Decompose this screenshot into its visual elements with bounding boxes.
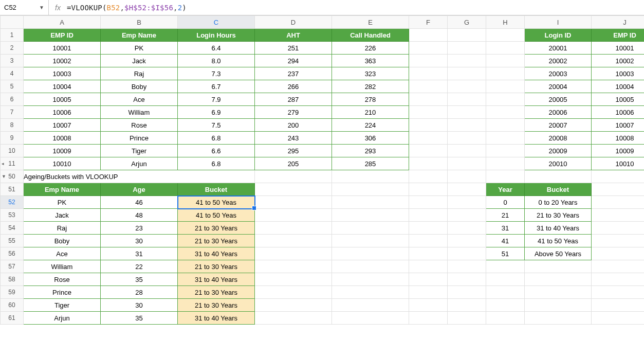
table1-cell[interactable]: 10008 <box>24 132 101 145</box>
table1-cell[interactable]: 323 <box>332 67 409 80</box>
cell[interactable] <box>592 299 645 312</box>
emp-name-cell[interactable]: Arjun <box>24 312 101 325</box>
emp-name-cell[interactable]: Rose <box>24 273 101 286</box>
row-header-2[interactable]: 2 <box>1 42 24 55</box>
bucket-lookup-cell[interactable]: 0 to 20 Years <box>525 196 592 209</box>
table1-cell[interactable]: 6.9 <box>178 106 255 119</box>
cell[interactable] <box>332 260 409 273</box>
row-header-56[interactable]: 56 <box>1 247 24 260</box>
cell[interactable] <box>332 183 409 196</box>
table1-cell[interactable]: 226 <box>332 42 409 55</box>
cell[interactable] <box>332 170 409 183</box>
table1-cell[interactable]: Prince <box>101 132 178 145</box>
table1-cell[interactable]: 10002 <box>24 55 101 67</box>
cell[interactable] <box>486 157 525 170</box>
table2-cell[interactable]: 10010 <box>592 157 645 170</box>
cell[interactable] <box>486 312 525 325</box>
cell[interactable] <box>255 196 332 209</box>
table1-cell[interactable]: 10007 <box>24 119 101 132</box>
cell[interactable] <box>486 145 525 157</box>
table1-cell[interactable]: 243 <box>255 132 332 145</box>
bucket-lookup-cell[interactable]: 41 to 50 Yeas <box>525 235 592 247</box>
table1-cell[interactable]: Ace <box>101 93 178 106</box>
cell[interactable] <box>448 119 486 132</box>
cell[interactable] <box>409 93 448 106</box>
emp-name-cell[interactable]: Boby <box>24 235 101 247</box>
cell[interactable] <box>409 80 448 93</box>
group-collapse-icon[interactable]: ▼ <box>2 174 6 179</box>
cell[interactable] <box>448 106 486 119</box>
cell[interactable] <box>592 209 645 222</box>
cell[interactable] <box>332 299 409 312</box>
cell[interactable] <box>592 273 645 286</box>
cell-F1[interactable] <box>409 29 448 42</box>
cell[interactable] <box>448 80 486 93</box>
spreadsheet-grid[interactable]: ABCDEFGHIJ 1EMP IDEmp NameLogin HoursAHT… <box>0 15 644 325</box>
cell[interactable] <box>255 209 332 222</box>
emp-name-cell[interactable]: Raj <box>24 222 101 235</box>
table1-cell[interactable]: 293 <box>332 145 409 157</box>
cell[interactable] <box>486 273 525 286</box>
table1-cell[interactable]: 8.0 <box>178 55 255 67</box>
table3-header[interactable]: Age <box>101 183 178 196</box>
row-header-54[interactable]: 54 <box>1 222 24 235</box>
table1-cell[interactable]: 6.7 <box>178 80 255 93</box>
table1-cell[interactable]: 10004 <box>24 80 101 93</box>
cell[interactable] <box>525 273 592 286</box>
table1-header[interactable]: Call Handled <box>332 29 409 42</box>
table1-cell[interactable]: 6.8 <box>178 132 255 145</box>
row-header-5[interactable]: 5 <box>1 80 24 93</box>
cell[interactable] <box>486 286 525 299</box>
cell[interactable] <box>409 247 448 260</box>
bucket-lookup-cell[interactable]: Above 50 Years <box>525 247 592 260</box>
table1-cell[interactable]: 210 <box>332 106 409 119</box>
cell[interactable] <box>486 132 525 145</box>
col-header-I[interactable]: I <box>525 16 592 29</box>
bucket-lookup-cell[interactable]: 31 to 40 Years <box>525 222 592 235</box>
cell[interactable] <box>486 93 525 106</box>
age-cell[interactable]: 30 <box>101 235 178 247</box>
cell[interactable] <box>255 312 332 325</box>
cell[interactable] <box>448 209 486 222</box>
table1-cell[interactable]: 6.4 <box>178 42 255 55</box>
table2-cell[interactable]: 20004 <box>525 80 592 93</box>
cell[interactable] <box>332 247 409 260</box>
year-cell[interactable]: 41 <box>486 235 525 247</box>
cell[interactable] <box>409 299 448 312</box>
age-cell[interactable]: 30 <box>101 299 178 312</box>
cell[interactable] <box>486 119 525 132</box>
cell[interactable] <box>409 119 448 132</box>
table1-header[interactable]: EMP ID <box>24 29 101 42</box>
cell[interactable] <box>592 196 645 209</box>
cell[interactable] <box>592 170 645 183</box>
age-cell[interactable]: 35 <box>101 273 178 286</box>
table1-header[interactable]: AHT <box>255 29 332 42</box>
cell[interactable] <box>592 260 645 273</box>
cell[interactable] <box>486 42 525 55</box>
cell[interactable] <box>448 67 486 80</box>
table1-cell[interactable]: Arjun <box>101 157 178 170</box>
cell[interactable] <box>592 286 645 299</box>
cell[interactable] <box>409 183 448 196</box>
cell[interactable] <box>409 273 448 286</box>
row-header-57[interactable]: 57 <box>1 260 24 273</box>
cell[interactable] <box>525 260 592 273</box>
col-header-C[interactable]: C <box>178 16 255 29</box>
cell[interactable] <box>592 312 645 325</box>
table1-cell[interactable]: 10005 <box>24 93 101 106</box>
bucket-cell[interactable]: 21 to 30 Years <box>178 299 255 312</box>
table1-cell[interactable]: 237 <box>255 67 332 80</box>
year-cell[interactable]: 31 <box>486 222 525 235</box>
ageing-title[interactable]: Ageing/Buckets with VLOOKUP <box>24 170 255 183</box>
cell[interactable] <box>448 222 486 235</box>
row-header-8[interactable]: 8 <box>1 119 24 132</box>
row-header-1[interactable]: 1 <box>1 29 24 42</box>
row-header-3[interactable]: 3 <box>1 55 24 67</box>
table1-cell[interactable]: 279 <box>255 106 332 119</box>
cell[interactable] <box>525 170 592 183</box>
table1-cell[interactable]: 7.5 <box>178 119 255 132</box>
table1-cell[interactable]: 266 <box>255 80 332 93</box>
cell[interactable] <box>592 235 645 247</box>
col-header-B[interactable]: B <box>101 16 178 29</box>
formula-input[interactable]: =VLOOKUP(B52,$H$52:$I$56,2) <box>67 4 187 12</box>
